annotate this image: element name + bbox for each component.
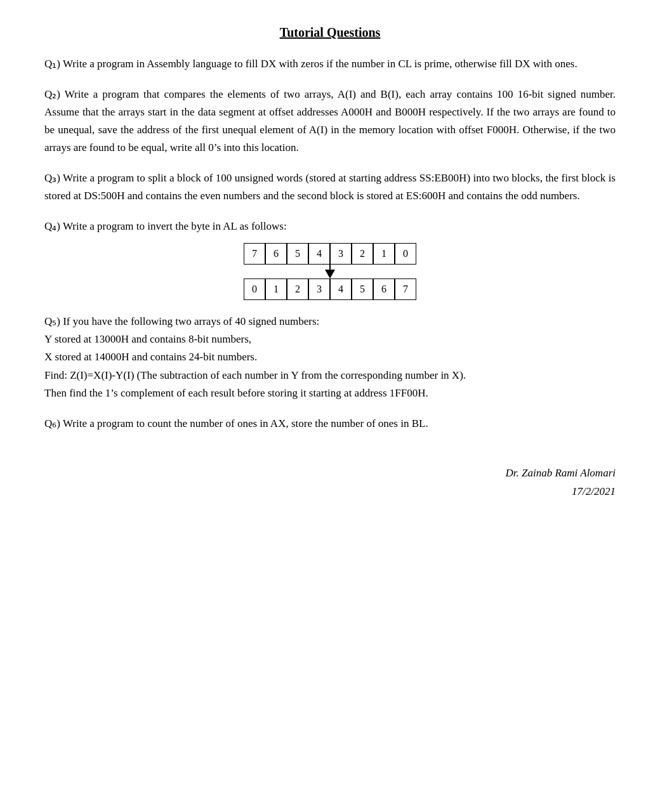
bit-cell-top-3: 3 [330,243,352,265]
question-4: Q₄) Write a program to invert the byte i… [44,218,616,300]
q4-diagram: 7 6 5 4 3 2 1 0 0 1 2 3 4 5 6 7 [44,243,616,300]
bit-cell-top-4: 4 [308,243,330,265]
bit-cell-top-5: 5 [287,243,308,265]
bit-cell-top-6: 6 [265,243,287,265]
bit-cell-bot-4: 4 [330,278,352,300]
diagram-top-row: 7 6 5 4 3 2 1 0 [244,243,416,265]
q2-label: Q₂) [44,88,60,100]
question-3: Q₃) Write a program to split a block of … [44,169,616,205]
q5-line-3: Find: Z(I)=X(I)-Y(I) (The subtraction of… [44,367,616,384]
bit-cell-bot-2: 2 [287,278,308,300]
bit-cell-bot-6: 6 [373,278,395,300]
bit-cell-bot-1: 1 [265,278,287,300]
q5-line-0: If you have the following two arrays of … [63,315,319,327]
diagram-bottom-row: 0 1 2 3 4 5 6 7 [244,278,416,300]
q5-line-4: Then find the 1’s complement of each res… [44,384,616,402]
bit-cell-top-1: 1 [373,243,395,265]
bit-cell-top-2: 2 [352,243,373,265]
question-5: Q₅) If you have the following two arrays… [44,313,616,402]
q4-text: Write a program to invert the byte in AL… [63,220,287,232]
bit-cell-bot-7: 7 [395,278,416,300]
signature-name: Dr. Zainab Rami Alomari [44,464,616,483]
q5-line-2: X stored at 14000H and contains 24-bit n… [44,348,616,366]
q3-label: Q₃) [44,172,60,184]
signature: Dr. Zainab Rami Alomari 17/2/2021 [44,464,616,501]
q1-label: Q₁) [44,58,60,70]
bit-cell-top-0: 0 [395,243,416,265]
q2-text: Write a program that compares the elemen… [44,88,616,154]
bit-cell-bot-3: 3 [308,278,330,300]
bit-cell-bot-5: 5 [352,278,373,300]
question-6: Q₆) Write a program to count the number … [44,415,616,433]
q5-label: Q₅) [44,315,60,327]
page-title: Tutorial Questions [44,25,616,40]
q5-line-1: Y stored at 13000H and contains 8-bit nu… [44,331,616,348]
q4-label: Q₄) [44,220,60,232]
q1-text: Write a program in Assembly language to … [63,58,578,70]
diagram-arrow [244,265,416,278]
bit-cell-top-7: 7 [244,243,265,265]
signature-date: 17/2/2021 [44,483,616,501]
q6-text: Write a program to count the number of o… [63,417,428,429]
q3-text: Write a program to split a block of 100 … [44,172,616,202]
question-1: Q₁) Write a program in Assembly language… [44,55,616,73]
q6-label: Q₆) [44,417,60,429]
bit-cell-bot-0: 0 [244,278,265,300]
question-2: Q₂) Write a program that compares the el… [44,86,616,157]
